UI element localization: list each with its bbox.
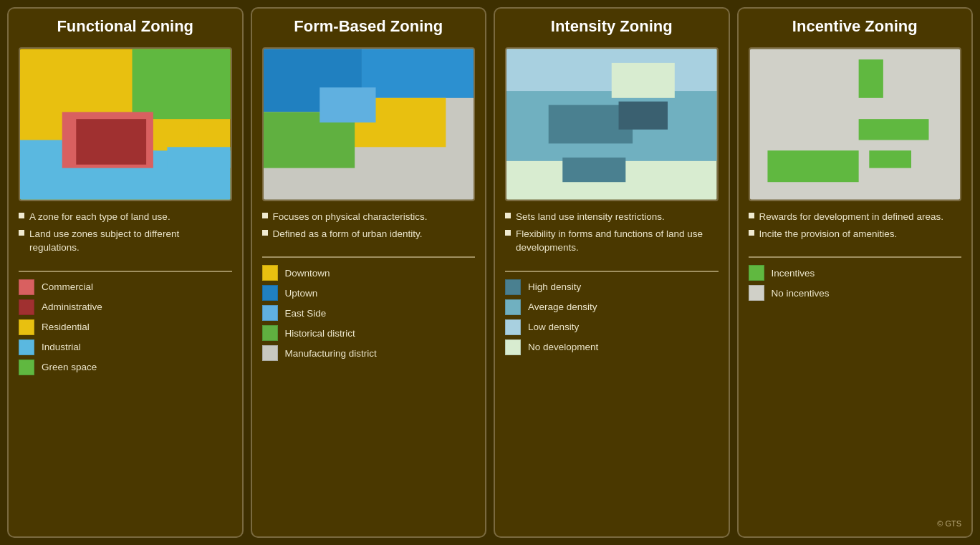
legend-item: Manufacturing district (262, 345, 476, 361)
legend-item: Downtown (262, 265, 476, 281)
legend-label: East Side (285, 308, 327, 319)
legend-item: No incentives (749, 285, 962, 301)
downtown-swatch (262, 265, 278, 281)
incentive-zoning-title: Incentive Zoning (749, 17, 962, 40)
bullet-icon (19, 230, 24, 236)
bullet-text: Incite the provision of amenities. (759, 227, 898, 241)
legend-label: Historical district (285, 328, 355, 339)
divider (19, 271, 232, 272)
legend-label: Low density (528, 322, 579, 332)
form-based-zoning-title: Form-Based Zoning (262, 17, 476, 40)
no-development-swatch (505, 339, 521, 355)
divider (262, 256, 476, 258)
form-based-zoning-legend: Downtown Uptown East Side Historical dis… (262, 265, 476, 365)
administrative-swatch (19, 299, 34, 315)
functional-zoning-map (19, 47, 232, 201)
svg-rect-19 (619, 102, 668, 130)
bullet-icon (505, 230, 511, 236)
greenspace-swatch (19, 360, 34, 375)
legend-item: Residential (19, 319, 232, 335)
average-density-swatch (505, 299, 521, 315)
functional-zoning-title: Functional Zoning (19, 17, 232, 40)
legend-item: East Side (262, 305, 476, 321)
bullet-text: Flexibility in forms and functions of la… (516, 227, 719, 255)
intensity-zoning-bullets: Sets land use intensity restrictions. Fl… (505, 210, 719, 258)
divider (749, 256, 962, 258)
no-incentives-swatch (749, 285, 764, 301)
form-based-zoning-card: Form-Based Zoning Focuses on physical ch… (251, 7, 487, 538)
legend-item: Green space (19, 360, 232, 375)
legend-label: Industrial (42, 342, 81, 352)
legend-label: Administrative (42, 302, 102, 312)
legend-label: Uptown (285, 288, 318, 299)
svg-rect-10 (361, 49, 474, 97)
legend-label: Average density (528, 302, 597, 312)
bullet-icon (505, 213, 511, 218)
intensity-zoning-legend: High density Average density Low density… (505, 279, 719, 360)
incentive-zoning-map (749, 47, 962, 201)
historical-swatch (262, 325, 278, 341)
legend-item: Low density (505, 319, 719, 335)
legend-label: Manufacturing district (285, 348, 377, 359)
legend-label: Residential (42, 322, 90, 332)
legend-label: Commercial (42, 281, 93, 292)
divider (505, 271, 719, 272)
uptown-swatch (262, 285, 278, 301)
commercial-swatch (19, 279, 34, 295)
intensity-zoning-map (505, 47, 719, 201)
manufacturing-swatch (262, 345, 278, 361)
bullet-text: A zone for each type of land use. (29, 210, 170, 224)
bullet-icon (262, 230, 268, 236)
form-based-zoning-bullets: Focuses on physical characteristics. Def… (262, 210, 476, 243)
legend-item: Administrative (19, 299, 232, 315)
legend-item: Historical district (262, 325, 476, 341)
copyright-text: © GTS (749, 516, 962, 528)
bullet-text: Defined as a form of urban identity. (273, 227, 423, 241)
bullet-icon (262, 213, 268, 218)
high-density-swatch (505, 279, 521, 295)
svg-rect-23 (858, 119, 928, 140)
legend-label: Green space (42, 362, 97, 372)
svg-rect-20 (562, 158, 625, 182)
svg-rect-5 (76, 119, 146, 165)
bullet-icon (749, 230, 754, 236)
svg-rect-7 (167, 147, 230, 168)
functional-zoning-bullets: A zone for each type of land use. Land u… (19, 210, 232, 258)
bullet-icon (19, 213, 24, 218)
legend-label: Incentives (772, 268, 815, 279)
low-density-swatch (505, 319, 521, 335)
svg-rect-6 (157, 122, 199, 150)
svg-rect-24 (767, 150, 858, 182)
legend-item: Average density (505, 299, 719, 315)
svg-rect-13 (320, 87, 375, 122)
incentives-swatch (749, 265, 764, 281)
legend-item: Industrial (19, 339, 232, 355)
residential-swatch (19, 319, 34, 335)
form-based-zoning-map (262, 47, 476, 201)
functional-zoning-legend: Commercial Administrative Residential In… (19, 279, 232, 380)
incentive-zoning-bullets: Rewards for development in defined areas… (749, 210, 962, 243)
legend-label: Downtown (285, 268, 330, 279)
legend-label: High density (528, 281, 581, 292)
bullet-icon (749, 213, 754, 218)
eastside-swatch (262, 305, 278, 321)
legend-item: Incentives (749, 265, 962, 281)
intensity-zoning-card: Intensity Zoning Sets land use intensity… (494, 7, 730, 538)
svg-rect-17 (612, 63, 675, 98)
functional-zoning-card: Functional Zoning A zone for each type o… (7, 7, 244, 538)
bullet-text: Rewards for development in defined areas… (759, 210, 943, 224)
legend-label: No incentives (772, 288, 830, 299)
industrial-swatch (19, 339, 34, 355)
legend-item: High density (505, 279, 719, 295)
incentive-zoning-card: Incentive Zoning Rewards for development… (737, 7, 974, 538)
incentive-zoning-legend: Incentives No incentives (749, 265, 962, 305)
legend-item: Commercial (19, 279, 232, 295)
legend-item: Uptown (262, 285, 476, 301)
bullet-text: Land use zones subject to different regu… (29, 227, 232, 255)
svg-rect-1 (133, 49, 231, 119)
legend-item: No development (505, 339, 719, 355)
bullet-text: Focuses on physical characteristics. (273, 210, 428, 224)
bullet-text: Sets land use intensity restrictions. (516, 210, 665, 224)
svg-rect-22 (858, 59, 883, 98)
intensity-zoning-title: Intensity Zoning (505, 17, 719, 40)
